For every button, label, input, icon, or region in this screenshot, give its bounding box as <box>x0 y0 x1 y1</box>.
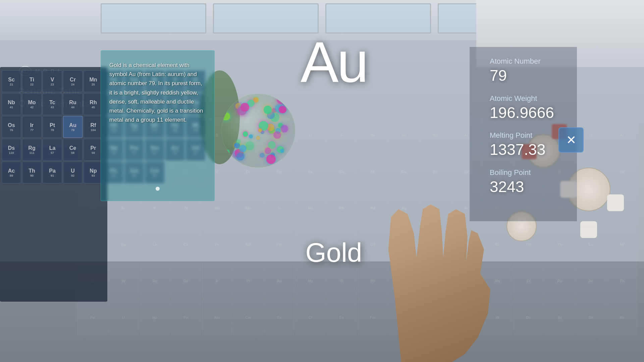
periodic-element-rg[interactable]: Rg111 <box>22 139 42 161</box>
bg-element-cell: Pm <box>264 227 294 262</box>
periodic-element-tc[interactable]: Tc43 <box>43 93 62 115</box>
atom-particle <box>281 125 288 132</box>
boiling-point-value: 3243 <box>490 178 570 195</box>
periodic-element-cr[interactable]: Cr24 <box>63 70 83 92</box>
bg-element-cell: Bk <box>264 299 294 335</box>
bg-element-cell: Po <box>420 263 450 299</box>
periodic-element-mo[interactable]: Mo42 <box>22 93 42 115</box>
bg-element-cell: Ra <box>544 263 575 299</box>
bg-element-cell: Br <box>576 154 606 190</box>
atomic-number-label: Atomic Number <box>490 57 570 66</box>
atom-particle <box>226 150 229 154</box>
periodic-element-v[interactable]: V23 <box>43 70 62 92</box>
bg-element-cell: Cm <box>233 299 263 335</box>
bg-element-cell: Hg <box>295 263 326 299</box>
bg-element-cell: Rn <box>482 263 513 299</box>
atom-particle <box>237 107 246 115</box>
bg-element-cell: At <box>451 263 482 299</box>
bg-element-cell: Hs <box>607 299 637 335</box>
atomic-weight-label: Atomic Weight <box>490 94 570 103</box>
atom-particle <box>273 131 281 139</box>
bg-element-cell: Am <box>202 299 232 335</box>
bg-element-cell: Sg <box>544 299 575 335</box>
boiling-point-label: Boiling Point <box>490 168 570 177</box>
melting-point-stat: Melting Point 1337.33 <box>490 131 570 158</box>
periodic-element-ds[interactable]: Ds110 <box>2 139 21 161</box>
bg-element-cell: Fm <box>358 299 388 335</box>
bg-element-cell: I <box>576 190 606 226</box>
bg-element-cell: Pt <box>233 263 263 299</box>
atom-particle <box>235 95 239 99</box>
periodic-element-la[interactable]: La57 <box>43 139 62 161</box>
periodic-element-ru[interactable]: Ru44 <box>63 93 83 115</box>
bg-element-cell: Tm <box>513 227 544 262</box>
bg-element-cell: Xe <box>607 190 637 226</box>
bg-element-cell: Db <box>513 299 544 335</box>
atom-particle <box>256 136 260 140</box>
atom-particle <box>239 145 247 152</box>
atom-particle <box>236 153 245 161</box>
atom-particle <box>249 134 253 138</box>
bg-element-cell: Md <box>389 299 419 335</box>
element-symbol-display: Au <box>301 34 367 90</box>
bg-element-cell: Tl <box>326 263 357 299</box>
bg-element-cell: Ar <box>607 117 637 153</box>
bg-element-cell: Lu <box>576 227 606 262</box>
atom-particle <box>231 97 235 102</box>
bg-element-cell: Ac <box>576 263 606 299</box>
melting-point-value: 1337.33 <box>490 141 570 158</box>
atom-particle <box>264 106 272 114</box>
atom-particle <box>236 139 240 144</box>
atomic-weight-stat: Atomic Weight 196.9666 <box>490 94 570 121</box>
bg-element-cell: Ho <box>451 227 482 262</box>
bg-element-cell: Yb <box>544 227 575 262</box>
close-button[interactable]: ✕ <box>558 127 584 153</box>
atomic-number-stat: Atomic Number 79 <box>490 57 570 84</box>
periodic-element-pa[interactable]: Pa91 <box>43 162 62 183</box>
atom-particle <box>279 106 286 113</box>
bg-element-cell: Nd <box>233 227 263 262</box>
close-icon: ✕ <box>566 134 576 146</box>
periodic-element-pt[interactable]: Pt78 <box>43 116 62 138</box>
atom-particle <box>266 155 276 164</box>
bg-element-cell: Th <box>607 263 637 299</box>
periodic-element-ac[interactable]: Ac89 <box>2 162 21 183</box>
bg-element-cell: Pb <box>358 263 388 299</box>
bg-element-cell: No <box>420 299 450 335</box>
atomic-weight-value: 196.9666 <box>490 104 570 121</box>
bg-element-cell: Fr <box>513 263 544 299</box>
melting-point-label: Melting Point <box>490 131 570 140</box>
bg-element-cell: Kr <box>607 154 637 190</box>
periodic-element-au[interactable]: Au79 <box>63 116 83 138</box>
atomic-number-value: 79 <box>490 67 570 84</box>
bg-element-cell: Bi <box>389 263 419 299</box>
bg-element-cell: Lr <box>451 299 482 335</box>
periodic-element-th[interactable]: Th90 <box>22 162 42 183</box>
boiling-point-stat: Boiling Point 3243 <box>490 168 570 195</box>
element-description: Gold is a chemical element with symbol A… <box>109 61 206 124</box>
element-name-display: Gold <box>306 237 362 268</box>
periodic-element-ce[interactable]: Ce58 <box>63 139 83 161</box>
periodic-element-ti[interactable]: Ti22 <box>22 70 42 92</box>
periodic-element-ir[interactable]: Ir77 <box>22 116 42 138</box>
periodic-element-os[interactable]: Os76 <box>2 116 21 138</box>
bg-element-cell: Au <box>264 263 294 299</box>
bg-element-cell: Cf <box>295 299 326 335</box>
periodic-element-nb[interactable]: Nb41 <box>2 93 21 115</box>
ar-overlay: Au Gold is a chemical element with symbo… <box>91 27 577 228</box>
bg-element-cell: Bh <box>576 299 606 335</box>
bg-element-cell: Es <box>326 299 357 335</box>
atom-particle <box>280 149 284 153</box>
atom-sphere <box>221 94 295 168</box>
atom-particle <box>246 141 254 150</box>
bg-element-cell: Tb <box>389 227 419 262</box>
periodic-element-u[interactable]: U92 <box>63 162 83 183</box>
bg-element-cell: Er <box>482 227 513 262</box>
bg-element-cell: Hf <box>607 227 637 262</box>
bg-element-cell: Ir <box>202 263 232 299</box>
bg-element-cell: Dy <box>420 227 450 262</box>
atom-particle <box>260 153 265 158</box>
periodic-element-sc[interactable]: Sc21 <box>2 70 21 92</box>
atom-particle <box>243 131 248 137</box>
bg-element-cell: Rf <box>482 299 513 335</box>
